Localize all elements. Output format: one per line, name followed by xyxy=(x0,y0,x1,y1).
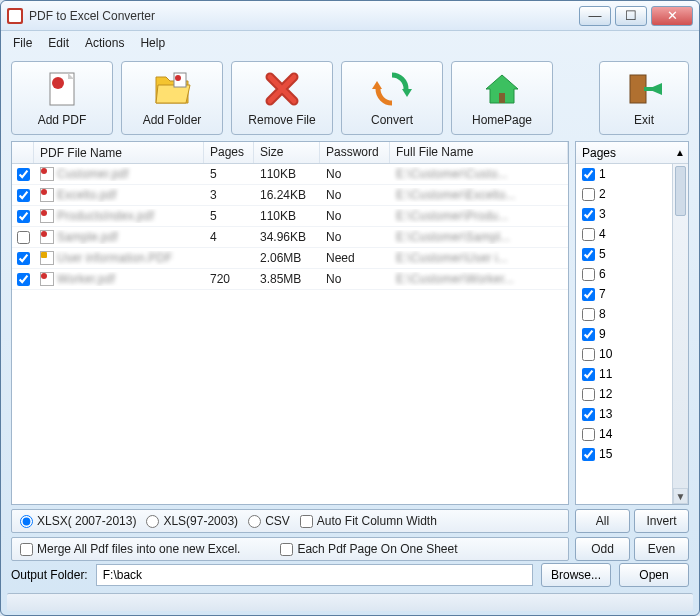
page-number: 6 xyxy=(599,267,606,281)
scroll-thumb[interactable] xyxy=(675,166,686,216)
page-item[interactable]: 8 xyxy=(576,304,672,324)
page-item[interactable]: 15 xyxy=(576,444,672,464)
invert-button[interactable]: Invert xyxy=(634,509,689,533)
file-size: 110KB xyxy=(254,167,320,181)
page-checkbox[interactable] xyxy=(582,268,595,281)
table-row[interactable]: Excelto.pdf316.24KBNoE:\Customer\Excelto… xyxy=(12,185,568,206)
exit-button[interactable]: Exit xyxy=(599,61,689,135)
pages-scrollbar[interactable]: ▼ xyxy=(672,164,688,504)
check-each-page[interactable]: Each Pdf Page On One Sheet xyxy=(280,542,457,556)
open-button[interactable]: Open xyxy=(619,563,689,587)
row-checkbox[interactable] xyxy=(17,168,30,181)
page-checkbox[interactable] xyxy=(582,288,595,301)
page-item[interactable]: 1 xyxy=(576,164,672,184)
page-checkbox[interactable] xyxy=(582,448,595,461)
format-options: XLSX( 2007-2013) XLS(97-2003) CSV Auto F… xyxy=(11,509,569,533)
page-number: 14 xyxy=(599,427,612,441)
col-password[interactable]: Password xyxy=(320,142,390,163)
file-password: No xyxy=(320,188,390,202)
col-size[interactable]: Size xyxy=(254,142,320,163)
page-checkbox[interactable] xyxy=(582,208,595,221)
add-folder-button[interactable]: Add Folder xyxy=(121,61,223,135)
page-number: 4 xyxy=(599,227,606,241)
app-icon xyxy=(7,8,23,24)
file-password: No xyxy=(320,230,390,244)
page-item[interactable]: 10 xyxy=(576,344,672,364)
page-item[interactable]: 11 xyxy=(576,364,672,384)
radio-xls[interactable]: XLS(97-2003) xyxy=(146,514,238,528)
page-checkbox[interactable] xyxy=(582,188,595,201)
col-full[interactable]: Full File Name xyxy=(390,142,568,163)
homepage-button[interactable]: HomePage xyxy=(451,61,553,135)
all-button[interactable]: All xyxy=(575,509,630,533)
browse-button[interactable]: Browse... xyxy=(541,563,611,587)
minimize-button[interactable]: — xyxy=(579,6,611,26)
table-row[interactable]: ProductsIndex.pdf5110KBNoE:\Customer\Pro… xyxy=(12,206,568,227)
row-checkbox[interactable] xyxy=(17,252,30,265)
page-number: 2 xyxy=(599,187,606,201)
row-checkbox[interactable] xyxy=(17,273,30,286)
file-name: Excelto.pdf xyxy=(57,188,116,202)
page-item[interactable]: 4 xyxy=(576,224,672,244)
table-row[interactable]: Sample.pdf434.96KBNoE:\Customer\Sampl... xyxy=(12,227,568,248)
odd-button[interactable]: Odd xyxy=(575,537,630,561)
table-row[interactable]: User information.PDF2.06MBNeedE:\Custome… xyxy=(12,248,568,269)
maximize-button[interactable]: ☐ xyxy=(615,6,647,26)
radio-csv[interactable]: CSV xyxy=(248,514,290,528)
output-row: Output Folder: Browse... Open xyxy=(1,561,699,593)
col-name[interactable]: PDF File Name xyxy=(34,142,204,163)
page-checkbox[interactable] xyxy=(582,308,595,321)
scroll-up[interactable]: ▲ xyxy=(672,142,688,164)
add-pdf-button[interactable]: Add PDF xyxy=(11,61,113,135)
page-number: 5 xyxy=(599,247,606,261)
remove-file-button[interactable]: Remove File xyxy=(231,61,333,135)
scroll-down[interactable]: ▼ xyxy=(673,488,688,504)
pdf-icon xyxy=(40,230,54,244)
page-item[interactable]: 14 xyxy=(576,424,672,444)
merge-options: Merge All Pdf files into one new Excel. … xyxy=(11,537,569,561)
row-checkbox[interactable] xyxy=(17,231,30,244)
check-merge[interactable]: Merge All Pdf files into one new Excel. xyxy=(20,542,240,556)
page-checkbox[interactable] xyxy=(582,388,595,401)
table-row[interactable]: Customer.pdf5110KBNoE:\Customer\Custo... xyxy=(12,164,568,185)
app-window: PDF to Excel Converter — ☐ ✕ File Edit A… xyxy=(0,0,700,616)
page-item[interactable]: 6 xyxy=(576,264,672,284)
page-checkbox[interactable] xyxy=(582,408,595,421)
menu-file[interactable]: File xyxy=(13,36,32,50)
page-checkbox[interactable] xyxy=(582,328,595,341)
menu-help[interactable]: Help xyxy=(140,36,165,50)
check-autofit[interactable]: Auto Fit Column Width xyxy=(300,514,437,528)
convert-button[interactable]: Convert xyxy=(341,61,443,135)
page-checkbox[interactable] xyxy=(582,428,595,441)
menu-actions[interactable]: Actions xyxy=(85,36,124,50)
page-checkbox[interactable] xyxy=(582,368,595,381)
page-item[interactable]: 13 xyxy=(576,404,672,424)
lock-icon xyxy=(40,251,54,265)
output-path-input[interactable] xyxy=(96,564,533,586)
page-checkbox[interactable] xyxy=(582,248,595,261)
close-button[interactable]: ✕ xyxy=(651,6,693,26)
row-checkbox[interactable] xyxy=(17,210,30,223)
page-number: 8 xyxy=(599,307,606,321)
page-item[interactable]: 3 xyxy=(576,204,672,224)
page-checkbox[interactable] xyxy=(582,228,595,241)
page-checkbox[interactable] xyxy=(582,168,595,181)
row-checkbox[interactable] xyxy=(17,189,30,202)
table-header: PDF File Name Pages Size Password Full F… xyxy=(12,142,568,164)
table-row[interactable]: Worker.pdf7203.85MBNoE:\Customer\Worker.… xyxy=(12,269,568,290)
page-checkbox[interactable] xyxy=(582,348,595,361)
page-item[interactable]: 2 xyxy=(576,184,672,204)
file-pages: 5 xyxy=(204,167,254,181)
page-item[interactable]: 7 xyxy=(576,284,672,304)
page-item[interactable]: 9 xyxy=(576,324,672,344)
col-pages[interactable]: Pages xyxy=(204,142,254,163)
file-name: ProductsIndex.pdf xyxy=(57,209,154,223)
svg-rect-11 xyxy=(644,87,654,91)
page-item[interactable]: 5 xyxy=(576,244,672,264)
file-pages: 720 xyxy=(204,272,254,286)
menu-edit[interactable]: Edit xyxy=(48,36,69,50)
file-size: 2.06MB xyxy=(254,251,320,265)
radio-xlsx[interactable]: XLSX( 2007-2013) xyxy=(20,514,136,528)
even-button[interactable]: Even xyxy=(634,537,689,561)
page-item[interactable]: 12 xyxy=(576,384,672,404)
